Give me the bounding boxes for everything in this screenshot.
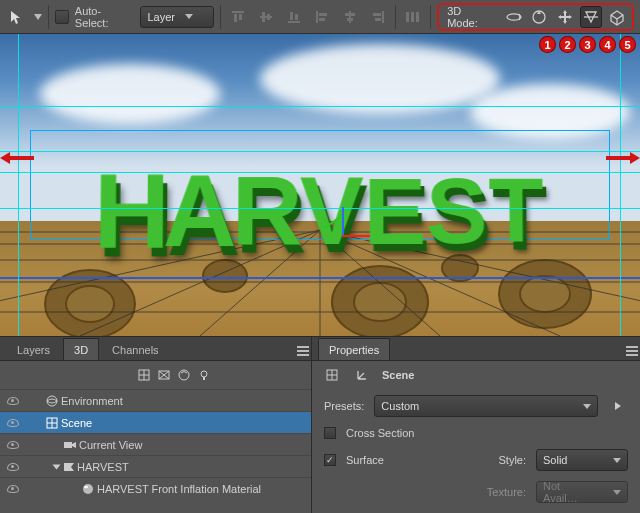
visibility-toggle[interactable]: [0, 397, 26, 405]
svg-rect-15: [382, 11, 384, 23]
badge-2: 2: [559, 36, 576, 53]
style-dropdown[interactable]: Solid: [536, 449, 628, 471]
chevron-down-icon: [613, 458, 621, 463]
tree-row[interactable]: Current View: [0, 433, 311, 455]
tree-row-label: Scene: [61, 417, 92, 429]
separator: [430, 5, 431, 29]
tab-layers[interactable]: Layers: [6, 338, 61, 360]
svg-rect-9: [316, 11, 318, 23]
svg-rect-20: [416, 12, 419, 22]
env-icon: [43, 394, 61, 408]
panel-tabs: Properties: [312, 337, 640, 361]
cross-section-checkbox[interactable]: [324, 427, 336, 439]
3d-pan-icon[interactable]: [554, 6, 576, 28]
tree-row[interactable]: HARVEST: [0, 455, 311, 477]
presets-flyout-icon[interactable]: [608, 396, 628, 416]
3d-slide-icon[interactable]: [580, 6, 602, 28]
panel-tabs: Layers 3D Channels: [0, 337, 311, 361]
tree-row-label: HARVEST Front Inflation Material: [97, 483, 261, 495]
3d-mode-group: 3D Mode:: [437, 3, 634, 31]
tab-3d[interactable]: 3D: [63, 338, 99, 360]
eye-icon: [7, 463, 19, 471]
guide-h[interactable]: [0, 208, 640, 209]
filter-meshes-icon[interactable]: [154, 365, 174, 385]
svg-rect-19: [411, 12, 414, 22]
svg-rect-10: [319, 13, 327, 16]
svg-rect-2: [239, 14, 242, 20]
guide-h[interactable]: [0, 172, 640, 173]
guide-v[interactable]: [620, 34, 621, 336]
eye-icon: [7, 419, 19, 427]
auto-select-dropdown[interactable]: Layer: [140, 6, 214, 28]
svg-rect-13: [345, 13, 355, 16]
badge-1: 1: [539, 36, 556, 53]
svg-rect-0: [232, 11, 244, 13]
tab-properties[interactable]: Properties: [318, 338, 390, 360]
tool-flyout-caret-icon[interactable]: [34, 14, 42, 20]
surface-checkbox[interactable]: ✓: [324, 454, 336, 466]
guide-h[interactable]: [0, 106, 640, 107]
align-group-h: [311, 6, 389, 28]
align-group: [227, 6, 305, 28]
transform-arrow-left-icon: [0, 152, 34, 164]
align-left-icon: [311, 6, 333, 28]
guide-h[interactable]: [0, 151, 640, 152]
svg-point-58: [83, 484, 93, 494]
3d-mode-label: 3D Mode:: [447, 5, 494, 29]
auto-select-checkbox[interactable]: [55, 10, 69, 24]
disclosure-triangle-icon[interactable]: [53, 464, 61, 469]
filter-scene-icon[interactable]: [134, 365, 154, 385]
panel-menu-icon[interactable]: [297, 342, 311, 360]
cross-section-label: Cross Section: [346, 427, 414, 439]
scene-icon: [43, 416, 61, 430]
filter-lights-icon[interactable]: [194, 365, 214, 385]
presets-dropdown[interactable]: Custom: [374, 395, 598, 417]
3d-roll-icon[interactable]: [528, 6, 550, 28]
filter-materials-icon[interactable]: [174, 365, 194, 385]
svg-rect-17: [375, 18, 381, 21]
tree-row[interactable]: HARVEST Front Inflation Material: [0, 477, 311, 499]
3d-scene-tree[interactable]: EnvironmentSceneCurrent ViewHARVESTHARVE…: [0, 389, 311, 513]
3d-panel: Layers 3D Channels EnvironmentSceneCurre…: [0, 337, 312, 513]
panel-menu-icon[interactable]: [626, 342, 640, 360]
properties-body: Presets: Custom Cross Section ✓ Surface …: [312, 389, 640, 509]
properties-coords-icon[interactable]: [352, 365, 372, 385]
dropdown-value: Layer: [147, 11, 175, 23]
tree-row-label: Environment: [61, 395, 123, 407]
3d-scale-icon[interactable]: [606, 6, 628, 28]
tab-channels[interactable]: Channels: [101, 338, 169, 360]
align-vcenter-icon: [255, 6, 277, 28]
annotation-badges: 1 2 3 4 5: [539, 36, 636, 53]
tree-row-label: HARVEST: [77, 461, 129, 473]
visibility-toggle[interactable]: [0, 419, 26, 427]
svg-rect-12: [349, 11, 351, 23]
badge-5: 5: [619, 36, 636, 53]
visibility-toggle[interactable]: [0, 441, 26, 449]
3d-text-object[interactable]: H A R V E S T: [96, 162, 544, 260]
3d-rotate-icon[interactable]: [503, 6, 525, 28]
badge-4: 4: [599, 36, 616, 53]
move-tool-icon[interactable]: [6, 6, 28, 28]
svg-rect-5: [267, 14, 270, 20]
guide-v[interactable]: [18, 34, 19, 336]
eye-icon: [7, 397, 19, 405]
tree-row[interactable]: Scene: [0, 411, 311, 433]
eye-icon: [7, 485, 19, 493]
align-top-icon: [227, 6, 249, 28]
dropdown-value: Not Avail…: [543, 480, 593, 504]
separator: [220, 5, 221, 29]
document-canvas[interactable]: H A R V E S T: [0, 34, 640, 336]
visibility-toggle[interactable]: [0, 485, 26, 493]
surface-label: Surface: [346, 454, 384, 466]
options-bar: Auto-Select: Layer 3D Mode:: [0, 0, 640, 34]
properties-scene-icon[interactable]: [322, 365, 342, 385]
tree-row[interactable]: Environment: [0, 389, 311, 411]
panels-area: Layers 3D Channels EnvironmentSceneCurre…: [0, 336, 640, 513]
distribute-icon: [402, 6, 424, 28]
material-icon: [79, 482, 97, 496]
align-bottom-icon: [283, 6, 305, 28]
svg-rect-52: [203, 377, 205, 380]
svg-rect-16: [373, 13, 381, 16]
visibility-toggle[interactable]: [0, 463, 26, 471]
properties-context-label: Scene: [382, 369, 414, 381]
